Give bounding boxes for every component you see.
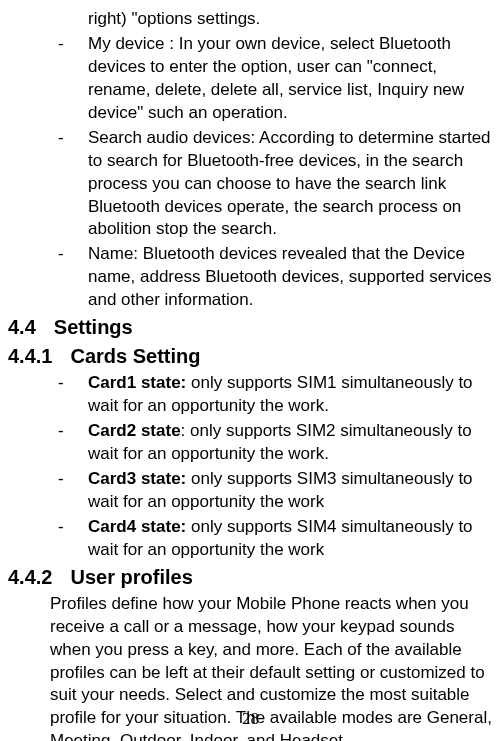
document-page: right) "options settings. - My device : … (8, 8, 495, 741)
card4-label: Card4 state: (88, 517, 186, 536)
heading-4-4-1: 4.4.1 Cards Setting (8, 343, 495, 370)
bullet-dash: - (8, 372, 88, 418)
heading-number: 4.4.1 (8, 343, 70, 370)
heading-text: Settings (54, 314, 133, 341)
bullet-text: My device : In your own device, select B… (88, 33, 495, 125)
bullet-dash: - (8, 33, 88, 125)
bullet-item: - Name: Bluetooth devices revealed that … (8, 243, 495, 312)
heading-4-4-2: 4.4.2 User profiles (8, 564, 495, 591)
bullet-item: - Search audio devices: According to det… (8, 127, 495, 242)
bullet-item: - My device : In your own device, select… (8, 33, 495, 125)
bullet-dash: - (8, 127, 88, 242)
bullet-continuation: right) "options settings. (8, 8, 495, 31)
bullet-dash: - (8, 420, 88, 466)
bullet-item: - Card1 state: only supports SIM1 simult… (8, 372, 495, 418)
heading-text: User profiles (70, 564, 192, 591)
heading-number: 4.4.2 (8, 564, 70, 591)
heading-text: Cards Setting (70, 343, 200, 370)
bullet-item: - Card3 state: only supports SIM3 simult… (8, 468, 495, 514)
bullet-text: Card2 state: only supports SIM2 simultan… (88, 420, 495, 466)
heading-number: 4.4 (8, 314, 54, 341)
page-number: 28 (0, 708, 501, 731)
bullet-text: Card3 state: only supports SIM3 simultan… (88, 468, 495, 514)
card1-label: Card1 state: (88, 373, 186, 392)
bullet-text: Name: Bluetooth devices revealed that th… (88, 243, 495, 312)
bullet-dash: - (8, 243, 88, 312)
bullet-dash: - (8, 468, 88, 514)
bullet-item: - Card2 state: only supports SIM2 simult… (8, 420, 495, 466)
card2-label: Card2 state (88, 421, 181, 440)
bullet-dash: - (8, 516, 88, 562)
bullet-item: - Card4 state: only supports SIM4 simult… (8, 516, 495, 562)
heading-4-4: 4.4 Settings (8, 314, 495, 341)
card3-label: Card3 state: (88, 469, 186, 488)
bullet-text: Card4 state: only supports SIM4 simultan… (88, 516, 495, 562)
bullet-text: Search audio devices: According to deter… (88, 127, 495, 242)
bullet-text: Card1 state: only supports SIM1 simultan… (88, 372, 495, 418)
